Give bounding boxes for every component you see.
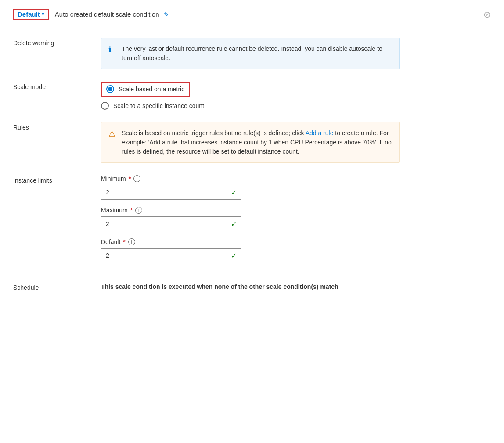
header-title: Auto created default scale condition	[55, 11, 159, 18]
minimum-required-star: *	[129, 175, 131, 182]
maximum-label-row: Maximum * i	[101, 207, 400, 214]
warning-icon: ⚠	[108, 129, 117, 139]
scale-metric-label: Scale based on a metric	[119, 86, 184, 93]
scale-mode-content: Scale based on a metric Scale to a speci…	[101, 82, 400, 110]
delete-warning-box: ℹ The very last or default recurrence ru…	[101, 38, 400, 69]
rules-label: Rules	[13, 122, 101, 131]
default-label-row: Default * i	[101, 238, 400, 245]
add-a-rule-link[interactable]: Add a rule	[306, 130, 334, 137]
instance-limits-row: Instance limits Minimum * i 2 ✓ Maximum …	[13, 175, 491, 270]
instance-limits-label: Instance limits	[13, 175, 101, 184]
instance-limits-content: Minimum * i 2 ✓ Maximum * i 2 ✓	[101, 175, 400, 270]
delete-warning-label: Delete warning	[13, 38, 101, 47]
rules-content: ⚠ Scale is based on metric trigger rules…	[101, 122, 400, 163]
default-info-icon[interactable]: i	[128, 238, 135, 245]
maximum-info-icon[interactable]: i	[135, 207, 142, 214]
default-checkmark: ✓	[231, 252, 237, 260]
minimum-group: Minimum * i 2 ✓	[101, 175, 400, 200]
default-required-star: *	[123, 238, 125, 245]
rules-warning-box: ⚠ Scale is based on metric trigger rules…	[101, 122, 400, 163]
rules-text-before: Scale is based on metric trigger rules b…	[122, 130, 306, 137]
minimum-label-text: Minimum	[101, 175, 126, 182]
maximum-checkmark: ✓	[231, 220, 237, 228]
rules-row: Rules ⚠ Scale is based on metric trigger…	[13, 122, 491, 163]
delete-warning-row: Delete warning ℹ The very last or defaul…	[13, 38, 491, 69]
schedule-content: This scale condition is executed when no…	[101, 282, 400, 292]
default-input[interactable]: 2 ✓	[101, 248, 241, 263]
schedule-text: This scale condition is executed when no…	[101, 282, 400, 292]
scale-metric-option[interactable]: Scale based on a metric	[101, 82, 190, 97]
delete-warning-content: ℹ The very last or default recurrence ru…	[101, 38, 400, 69]
minimum-info-icon[interactable]: i	[133, 175, 140, 182]
minimum-input[interactable]: 2 ✓	[101, 185, 241, 200]
schedule-row: Schedule This scale condition is execute…	[13, 282, 491, 292]
default-badge: Default *	[13, 9, 49, 20]
maximum-group: Maximum * i 2 ✓	[101, 207, 400, 231]
scale-instance-radio[interactable]	[101, 102, 109, 110]
disable-icon[interactable]: ⊘	[483, 9, 491, 20]
edit-icon[interactable]: ✎	[164, 11, 169, 18]
radio-inner-dot	[108, 87, 112, 91]
scale-instance-option[interactable]: Scale to a specific instance count	[101, 102, 400, 110]
minimum-checkmark: ✓	[231, 188, 237, 197]
info-icon: ℹ	[108, 45, 117, 54]
maximum-value: 2	[106, 220, 109, 227]
rules-warning-text: Scale is based on metric trigger rules b…	[122, 129, 392, 156]
scale-mode-label: Scale mode	[13, 82, 101, 90]
page-header: Default * Auto created default scale con…	[13, 9, 491, 27]
minimum-value: 2	[106, 189, 109, 196]
scale-metric-radio[interactable]	[106, 85, 114, 93]
maximum-label-text: Maximum	[101, 207, 128, 214]
schedule-label: Schedule	[13, 282, 101, 291]
maximum-input[interactable]: 2 ✓	[101, 216, 241, 231]
scale-instance-label: Scale to a specific instance count	[113, 102, 204, 109]
minimum-label-row: Minimum * i	[101, 175, 400, 182]
maximum-required-star: *	[130, 207, 133, 214]
delete-warning-text: The very last or default recurrence rule…	[122, 44, 392, 63]
default-group: Default * i 2 ✓	[101, 238, 400, 263]
default-label-text: Default	[101, 238, 120, 245]
scale-mode-row: Scale mode Scale based on a metric Scale…	[13, 82, 491, 110]
default-value: 2	[106, 252, 109, 259]
